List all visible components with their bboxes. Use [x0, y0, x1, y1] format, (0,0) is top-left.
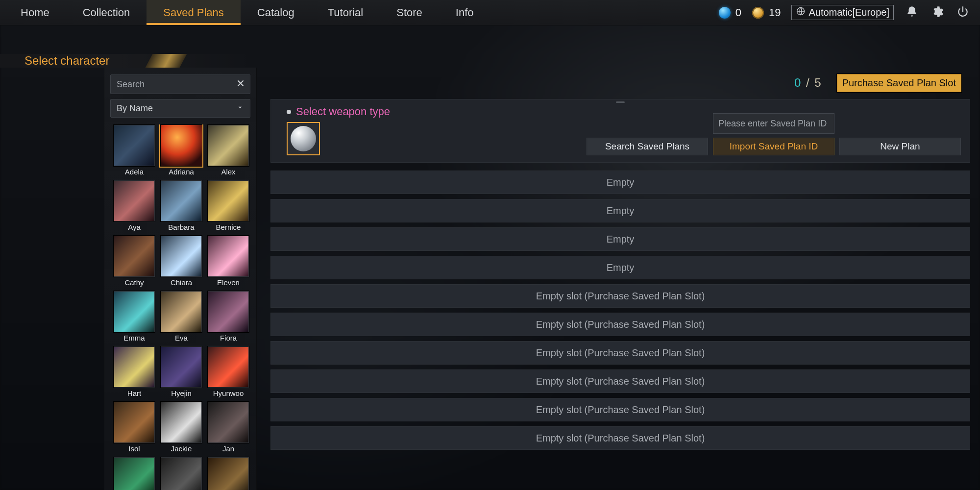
currency-gold[interactable]: 19: [752, 6, 781, 19]
character-name-label: Adela: [125, 168, 144, 176]
plan-slot-row[interactable]: Empty slot (Purchase Saved Plan Slot): [270, 313, 970, 336]
region-selector[interactable]: Automatic[Europe]: [791, 5, 894, 20]
plan-topbar: 0 / 5 Purchase Saved Plan Slot: [270, 73, 970, 93]
character-hyejin[interactable]: Hyejin: [160, 346, 202, 397]
character-emma[interactable]: Emma: [113, 291, 155, 342]
search-clear-button[interactable]: [233, 76, 248, 92]
character-portrait: [207, 124, 249, 167]
sort-dropdown[interactable]: By Name: [110, 99, 250, 118]
nav-tab-tutorial[interactable]: Tutorial: [311, 0, 380, 25]
import-plan-button[interactable]: Import Saved Plan ID: [713, 138, 834, 155]
panel-header: Select character: [0, 54, 257, 68]
character-name-label: Cathy: [124, 278, 144, 287]
character-portrait: [160, 457, 202, 490]
weapon-block: Select weapon type: [287, 105, 390, 155]
notifications-button[interactable]: [905, 5, 919, 20]
character-adriana[interactable]: Adriana: [160, 124, 202, 176]
character-name-label: Eleven: [217, 278, 240, 287]
character-isol[interactable]: Isol: [113, 401, 155, 453]
character-portrait: [160, 401, 202, 443]
top-bar: HomeCollectionSaved PlansCatalogTutorial…: [0, 0, 980, 25]
search-row: [110, 74, 250, 94]
weapon-type-slot[interactable]: [287, 122, 320, 155]
character-name-label: Emma: [123, 334, 145, 342]
plan-slot-row[interactable]: Empty: [270, 199, 970, 222]
nav-tab-catalog[interactable]: Catalog: [241, 0, 311, 25]
character-hart[interactable]: Hart: [113, 346, 155, 397]
plan-slot-row[interactable]: Empty slot (Purchase Saved Plan Slot): [270, 369, 970, 393]
character-portrait: [160, 346, 202, 388]
chevron-down-icon: [236, 103, 244, 114]
nav-tab-collection[interactable]: Collection: [66, 0, 147, 25]
nav-tab-saved-plans[interactable]: Saved Plans: [147, 0, 241, 25]
nav-tab-info[interactable]: Info: [439, 0, 490, 25]
plan-id-input[interactable]: [713, 113, 834, 134]
character-panel: Select character By Name AdelaAdrianaAle…: [0, 54, 257, 490]
nav-tab-store[interactable]: Store: [380, 0, 439, 25]
globe-icon: [796, 6, 806, 19]
region-label: Automatic[Europe]: [808, 7, 889, 18]
character-eleven[interactable]: Eleven: [207, 235, 249, 287]
acoin-icon: [752, 7, 764, 19]
character-fiora[interactable]: Fiora: [207, 291, 249, 342]
plan-slot-row[interactable]: Empty: [270, 256, 970, 279]
header-stripe: [146, 54, 187, 68]
character-portrait: [113, 235, 155, 277]
close-icon: [236, 78, 245, 90]
character-jackie[interactable]: Jackie: [160, 401, 202, 453]
plan-slot-row[interactable]: Empty slot (Purchase Saved Plan Slot): [270, 426, 970, 450]
character-name-label: Bernice: [216, 223, 241, 231]
character-name-label: Fiora: [220, 334, 237, 342]
character-portrait: [113, 401, 155, 443]
character-grid: AdelaAdrianaAlexAyaBarbaraBerniceCathyCh…: [110, 124, 252, 490]
slot-current: 0: [794, 76, 802, 89]
panel-title: Select character: [24, 54, 109, 68]
purchase-slot-button[interactable]: Purchase Saved Plan Slot: [837, 74, 961, 92]
top-right: 0 19 Automatic[Europe]: [719, 0, 980, 25]
plan-slot-row[interactable]: Empty: [270, 227, 970, 251]
character-portrait: [160, 235, 202, 277]
search-plans-button[interactable]: Search Saved Plans: [587, 138, 708, 155]
character-unnamed-19[interactable]: [160, 457, 202, 490]
character-alex[interactable]: Alex: [207, 124, 249, 176]
character-cathy[interactable]: Cathy: [113, 235, 155, 287]
power-button[interactable]: [956, 5, 970, 20]
character-portrait: [160, 180, 202, 222]
character-aya[interactable]: Aya: [113, 180, 155, 231]
settings-button[interactable]: [930, 5, 945, 20]
character-unnamed-20[interactable]: [207, 457, 249, 490]
sort-value: By Name: [117, 103, 153, 114]
character-portrait: [113, 291, 155, 333]
slot-max: 5: [814, 76, 822, 89]
character-name-label: Jan: [222, 444, 234, 453]
plan-slot-row[interactable]: Empty slot (Purchase Saved Plan Slot): [270, 398, 970, 421]
character-chiara[interactable]: Chiara: [160, 235, 202, 287]
character-name-label: Hart: [127, 389, 141, 397]
character-bernice[interactable]: Bernice: [207, 180, 249, 231]
character-hyunwoo[interactable]: Hyunwoo: [207, 346, 249, 397]
weapon-title: Select weapon type: [287, 105, 390, 118]
weapon-placeholder-icon: [291, 126, 316, 151]
currency-blue-value: 0: [735, 6, 741, 19]
plan-slot-row[interactable]: Empty slot (Purchase Saved Plan Slot): [270, 341, 970, 365]
character-portrait: [113, 457, 155, 490]
character-name-label: Jackie: [171, 444, 192, 453]
plan-slot-row[interactable]: Empty: [270, 171, 970, 194]
currency-blue[interactable]: 0: [719, 6, 741, 19]
character-search-input[interactable]: [110, 74, 250, 94]
character-jan[interactable]: Jan: [207, 401, 249, 453]
currency-gold-value: 19: [769, 6, 781, 19]
character-portrait: [113, 346, 155, 388]
character-unnamed-18[interactable]: [113, 457, 155, 490]
character-adela[interactable]: Adela: [113, 124, 155, 176]
character-portrait: [207, 457, 249, 490]
character-barbara[interactable]: Barbara: [160, 180, 202, 231]
nav-tab-home[interactable]: Home: [4, 0, 66, 25]
plan-slot-row[interactable]: Empty slot (Purchase Saved Plan Slot): [270, 284, 970, 308]
character-list-container: By Name AdelaAdrianaAlexAyaBarbaraBernic…: [104, 68, 257, 490]
new-plan-button[interactable]: New Plan: [839, 138, 961, 155]
character-name-label: Hyunwoo: [213, 389, 244, 397]
character-scroll[interactable]: AdelaAdrianaAlexAyaBarbaraBerniceCathyCh…: [104, 124, 256, 490]
bell-icon: [906, 5, 918, 20]
character-eva[interactable]: Eva: [160, 291, 202, 342]
